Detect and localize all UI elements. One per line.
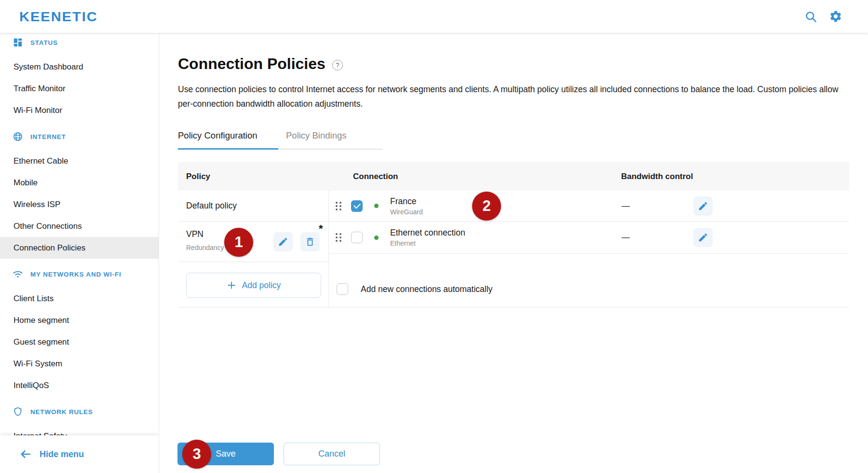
policy-cell-vpn: VPN Redundancy mode * xyxy=(178,222,328,262)
add-policy-label: Add policy xyxy=(242,280,281,291)
drag-handle-icon[interactable] xyxy=(336,233,342,242)
plus-icon xyxy=(227,280,236,290)
pencil-icon xyxy=(698,201,708,211)
shield-icon xyxy=(13,406,23,417)
sidebar-item-traffic-monitor[interactable]: Traffic Monitor xyxy=(0,78,159,99)
auto-add-label[interactable]: Add new connections automatically xyxy=(361,284,492,294)
sidebar-section-status: STATUS xyxy=(0,33,159,52)
sidebar-item-wireless-isp[interactable]: Wireless ISP xyxy=(0,194,159,215)
column-header-bandwidth: Bandwidth control xyxy=(621,172,693,181)
policy-cell-default: Default policy xyxy=(178,191,328,222)
delete-policy-button[interactable] xyxy=(300,232,320,251)
sidebar-item-mobile[interactable]: Mobile xyxy=(0,172,159,194)
sidebar-item-home-segment[interactable]: Home segment xyxy=(0,309,159,331)
section-label-network-rules: NETWORK RULES xyxy=(30,408,93,416)
top-bar: KEENETIC xyxy=(0,0,868,33)
sidebar-section-my-networks: MY NETWORKS AND WI-FI xyxy=(0,264,159,284)
sidebar-item-ethernet-cable[interactable]: Ethernet Cable xyxy=(0,150,159,172)
unsaved-changes-marker: * xyxy=(319,223,323,235)
sidebar-section-internet: INTERNET xyxy=(0,127,159,146)
table-header-row: Policy Connection Bandwidth control xyxy=(178,162,849,191)
tab-policy-bindings[interactable]: Policy Bindings xyxy=(286,130,346,149)
edit-bandwidth-button[interactable] xyxy=(693,196,713,216)
globe-icon xyxy=(13,131,23,142)
status-dot-green xyxy=(374,236,379,240)
tab-bar: Policy Configuration Policy Bindings xyxy=(178,130,382,150)
annotation-badge-2: 2 xyxy=(472,192,501,221)
keenetic-logo: KEENETIC xyxy=(19,9,98,24)
connection-row-france: France WireGuard — xyxy=(329,191,849,222)
dashboard-icon xyxy=(13,37,23,48)
connection-checkbox-ethernet[interactable] xyxy=(351,232,363,243)
sidebar-item-intelliqos[interactable]: IntelliQoS xyxy=(0,375,159,396)
connection-type: Ethernet xyxy=(390,239,465,247)
annotation-badge-1: 1 xyxy=(224,228,253,257)
connection-name: France xyxy=(390,196,423,207)
hide-menu-button[interactable]: Hide menu xyxy=(0,435,159,473)
pencil-icon xyxy=(698,232,708,243)
wifi-icon xyxy=(13,269,23,279)
sidebar: STATUS System Dashboard Traffic Monitor … xyxy=(0,33,159,473)
bandwidth-value: — xyxy=(622,233,630,242)
section-label-status: STATUS xyxy=(30,39,58,46)
connection-type: WireGuard xyxy=(390,208,423,216)
policies-table: Policy Connection Bandwidth control Defa… xyxy=(178,162,849,307)
connection-column: France WireGuard — Ethernet connection E… xyxy=(329,191,849,307)
sidebar-item-other-connections[interactable]: Other Connections xyxy=(0,215,159,237)
search-icon[interactable] xyxy=(803,9,818,24)
sidebar-item-guest-segment[interactable]: Guest segment xyxy=(0,331,159,353)
policy-name-default: Default policy xyxy=(186,201,237,211)
auto-add-row: Add new connections automatically xyxy=(329,254,849,307)
edit-policy-button[interactable] xyxy=(273,232,293,251)
connection-name: Ethernet connection xyxy=(390,228,465,238)
drag-handle-icon[interactable] xyxy=(336,202,342,210)
connection-row-ethernet: Ethernet connection Ethernet — xyxy=(329,222,849,254)
topbar-icons xyxy=(803,9,843,24)
main-content: Connection Policies ? Use connection pol… xyxy=(160,33,868,473)
section-label-my-networks: MY NETWORKS AND WI-FI xyxy=(30,271,122,278)
page-description: Use connection policies to control Inter… xyxy=(178,82,849,111)
auto-add-checkbox[interactable] xyxy=(337,283,348,295)
pencil-icon xyxy=(278,236,288,247)
policy-column: Default policy VPN Redundancy mode * xyxy=(178,191,329,307)
trash-icon xyxy=(305,236,315,247)
annotation-badge-3: 3 xyxy=(182,440,211,469)
settings-gear-icon[interactable] xyxy=(828,9,843,24)
sidebar-item-wifi-system[interactable]: Wi-Fi System xyxy=(0,353,159,375)
status-dot-green xyxy=(374,204,379,208)
edit-bandwidth-button[interactable] xyxy=(693,228,713,247)
sidebar-section-network-rules: NETWORK RULES xyxy=(0,402,159,421)
column-header-connection: Connection xyxy=(353,172,398,181)
sidebar-item-connection-policies[interactable]: Connection Policies xyxy=(0,237,159,259)
sidebar-item-wifi-monitor[interactable]: Wi-Fi Monitor xyxy=(0,99,159,121)
hide-menu-label: Hide menu xyxy=(40,449,84,459)
page-title: Connection Policies ? xyxy=(178,55,343,73)
arrow-left-icon xyxy=(19,448,32,460)
sidebar-item-system-dashboard[interactable]: System Dashboard xyxy=(0,56,159,78)
column-header-policy: Policy xyxy=(186,172,210,181)
section-label-internet: INTERNET xyxy=(30,133,66,140)
tab-policy-configuration[interactable]: Policy Configuration xyxy=(178,130,278,150)
help-icon[interactable]: ? xyxy=(332,60,343,70)
cancel-button[interactable]: Cancel xyxy=(284,443,380,465)
bandwidth-value: — xyxy=(622,201,630,211)
sidebar-item-client-lists[interactable]: Client Lists xyxy=(0,288,159,309)
add-policy-button[interactable]: Add policy xyxy=(186,273,321,298)
connection-checkbox-france[interactable] xyxy=(351,200,363,212)
page-title-text: Connection Policies xyxy=(178,55,326,73)
